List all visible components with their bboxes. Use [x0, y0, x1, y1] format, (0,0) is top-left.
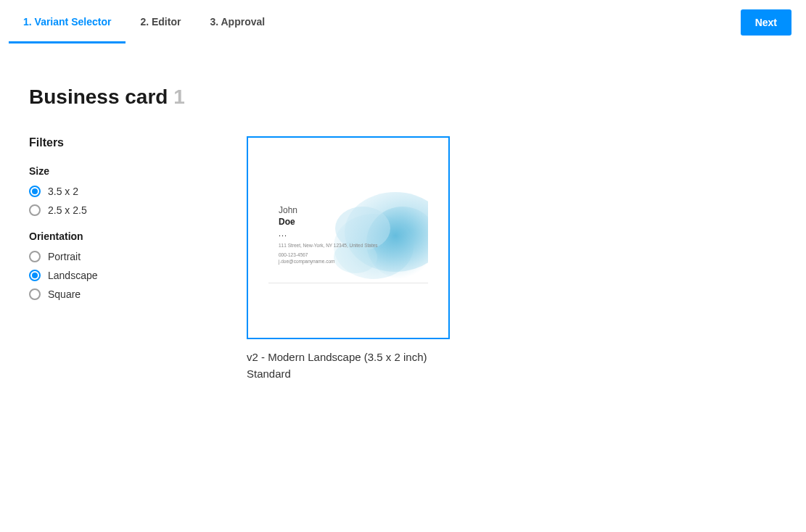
radio-orientation-landscape[interactable]: Landscape: [29, 270, 203, 281]
content: Business card 1 Filters Size 3.5 x 2 2.5…: [0, 45, 806, 382]
filters-panel: Filters Size 3.5 x 2 2.5 x 2.5 Orientati…: [29, 136, 203, 382]
bizcard-text: John Doe ... 111 Street, New-York, NY 12…: [279, 205, 378, 265]
body-row: Filters Size 3.5 x 2 2.5 x 2.5 Orientati…: [29, 136, 777, 382]
tab-approval[interactable]: 3. Approval: [195, 1, 279, 43]
radio-label: Portrait: [48, 251, 81, 262]
page-title-count: 1: [173, 86, 185, 108]
filter-group-size: Size 3.5 x 2 2.5 x 2.5: [29, 165, 203, 216]
tab-editor[interactable]: 2. Editor: [126, 1, 195, 43]
sample-email: j.doe@companyname.com: [279, 259, 334, 264]
tabs: 1. Variant Selector 2. Editor 3. Approva…: [9, 1, 279, 43]
tabs-bar: 1. Variant Selector 2. Editor 3. Approva…: [0, 0, 806, 45]
card-label-line1: v2 - Modern Landscape (3.5 x 2 inch): [247, 349, 450, 366]
filter-group-orientation: Orientation Portrait Landscape Square: [29, 230, 203, 300]
sample-first-name: John: [279, 205, 378, 217]
radio-icon: [29, 186, 41, 197]
sample-address: 111 Street, New-York, NY 12345, United S…: [279, 243, 378, 249]
sample-phone: 000-123-4567: [279, 252, 308, 257]
radio-size-3-5x2[interactable]: 3.5 x 2: [29, 186, 203, 197]
tab-variant-selector[interactable]: 1. Variant Selector: [9, 1, 126, 43]
sample-dots: ...: [279, 228, 378, 238]
radio-icon: [29, 251, 41, 262]
page-title: Business card 1: [29, 86, 777, 109]
radio-label: Square: [48, 288, 81, 300]
card-label: v2 - Modern Landscape (3.5 x 2 inch) Sta…: [247, 349, 450, 382]
radio-orientation-square[interactable]: Square: [29, 288, 203, 300]
filters-heading: Filters: [29, 136, 203, 149]
radio-label: Landscape: [48, 270, 98, 281]
radio-label: 3.5 x 2: [48, 186, 78, 197]
card-label-line2: Standard: [247, 366, 450, 383]
radio-label: 2.5 x 2.5: [48, 204, 87, 216]
page-title-text: Business card: [29, 86, 168, 108]
card-tile[interactable]: John Doe ... 111 Street, New-York, NY 12…: [247, 136, 450, 382]
radio-orientation-portrait[interactable]: Portrait: [29, 251, 203, 262]
sample-last-name: Doe: [279, 217, 378, 228]
sample-contact: 000-123-4567 j.doe@companyname.com: [279, 252, 378, 265]
radio-icon: [29, 204, 41, 216]
card-preview: John Doe ... 111 Street, New-York, NY 12…: [247, 136, 450, 339]
radio-icon: [29, 270, 41, 281]
next-button[interactable]: Next: [741, 9, 791, 36]
business-card-sample: John Doe ... 111 Street, New-York, NY 12…: [268, 192, 428, 283]
cards-area: John Doe ... 111 Street, New-York, NY 12…: [247, 136, 777, 382]
filter-label-size: Size: [29, 165, 203, 177]
radio-icon: [29, 288, 41, 300]
filter-label-orientation: Orientation: [29, 230, 203, 242]
radio-size-2-5x2-5[interactable]: 2.5 x 2.5: [29, 204, 203, 216]
